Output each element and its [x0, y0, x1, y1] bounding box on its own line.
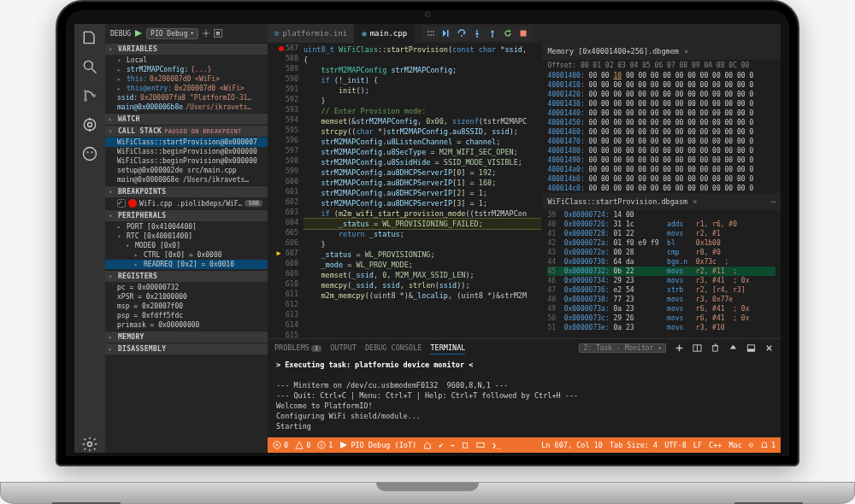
status-serial-icon[interactable] [476, 441, 485, 449]
svg-rect-37 [747, 349, 754, 351]
register-row[interactable]: primask = 0x00000000 [105, 320, 268, 330]
terminal-output[interactable]: > Executing task: platformio device moni… [268, 356, 781, 437]
close-panel-icon[interactable] [764, 343, 774, 353]
disasm-view[interactable]: 39 0x00000724: 14 00 40 0x00000726: 31 1… [542, 210, 781, 332]
close-icon[interactable]: × [693, 197, 697, 206]
var-row[interactable]: strM2MAPConfig: {...} [105, 65, 268, 74]
var-row[interactable]: this: 0x200007d0 <WiFi> [105, 74, 268, 84]
svg-point-11 [91, 151, 93, 154]
stack-frame[interactable]: WiFiClass::beginProvision@0x000000 [105, 156, 268, 166]
svg-point-18 [430, 34, 432, 36]
status-upload-icon[interactable]: → [450, 441, 454, 449]
restart-icon[interactable] [504, 29, 512, 38]
settings-icon[interactable] [81, 436, 98, 453]
memory-header: Offset: 00 01 02 03 04 05 06 07 08 09 0A… [542, 60, 781, 71]
peripheral-row[interactable]: PORT [0x41004400] [105, 222, 268, 231]
stack-frame[interactable]: setup@0x000002de src/main.cpp [105, 166, 268, 175]
disasm-tab[interactable]: WiFiClass::startProvision.dbgasm×⋯ [542, 193, 781, 210]
register-row[interactable]: psp = 0xfdff5fdc [105, 311, 268, 320]
status-encoding[interactable]: UTF-8 [664, 441, 687, 449]
disassembly-section[interactable]: DISASSEMBLY [105, 343, 268, 355]
status-warnings[interactable]: 0 [295, 441, 310, 449]
status-eol[interactable]: LF [693, 441, 702, 449]
callstack-section: CALL STACK PAUSED ON BREAKPOINT WiFiClas… [105, 125, 268, 185]
files-icon[interactable] [81, 29, 98, 46]
status-build-icon[interactable]: ✔ [439, 441, 443, 449]
status-cursor[interactable]: Ln 607, Col 10 [541, 441, 603, 449]
code-editor[interactable]: 5875885895905915925935945955965975985996… [268, 43, 542, 338]
debug-icon[interactable] [81, 116, 98, 133]
stack-frame[interactable]: WiFiClass::beginProvision@0x000000 [105, 147, 268, 156]
more-icon[interactable]: ⋯ [771, 197, 775, 206]
status-tabsize[interactable]: Tab Size: 4 [610, 441, 657, 449]
svg-rect-22 [447, 30, 449, 37]
svg-point-2 [84, 90, 87, 93]
status-run-config[interactable]: PIO Debug (IoT) [339, 441, 416, 449]
register-row[interactable]: xPSR = 0x21000000 [105, 292, 268, 302]
laptop-frame: DEBUG PIO Debug ▾ ▤ VARIABLES Local strM… [0, 0, 855, 504]
panel-tab-terminal[interactable]: TERMINAL [430, 342, 465, 355]
debug-settings-icon[interactable] [202, 29, 210, 38]
toggle-panel-icon[interactable] [746, 343, 756, 353]
status-errors[interactable]: 0 [273, 441, 288, 449]
debug-console-icon[interactable]: ▤ [214, 29, 222, 38]
status-clean-icon[interactable] [461, 441, 469, 449]
kill-terminal-icon[interactable] [711, 343, 720, 353]
step-over-icon[interactable] [457, 29, 466, 38]
new-terminal-icon[interactable] [675, 343, 684, 353]
status-os[interactable]: Mac [728, 441, 741, 449]
register-row[interactable]: pc = 0x00000732 [105, 283, 268, 292]
breakpoint-row[interactable]: WiFi.cpp .piolibdeps/WiF…588 [105, 198, 268, 208]
status-bar: 0 0 1 PIO Debug (IoT) ✔ → ❯_ Ln 607, Col… [268, 437, 781, 453]
terminal-selector[interactable]: 2: Task - Monitor ▾ [579, 343, 666, 353]
split-terminal-icon[interactable] [693, 343, 702, 353]
peripheral-row[interactable]: RTC [0x40001400] [105, 231, 268, 241]
register-leaf[interactable]: READREQ [0x2] = 0x0010 [105, 260, 268, 269]
status-lang[interactable]: C++ [709, 441, 722, 449]
status-bell-icon[interactable]: 1 [760, 441, 775, 449]
svg-point-27 [476, 36, 478, 38]
start-debug-icon[interactable] [134, 29, 143, 38]
close-icon[interactable]: × [684, 47, 688, 56]
laptop-base [0, 482, 855, 504]
svg-point-12 [88, 442, 92, 447]
panel-tab-output[interactable]: OUTPUT [330, 342, 357, 354]
tab-main-cpp[interactable]: ◉main.cpp [355, 24, 415, 43]
svg-marker-13 [135, 30, 142, 37]
maximize-panel-icon[interactable] [728, 343, 738, 353]
var-row[interactable]: this@entry: 0x200007d0 <WiFi> [105, 84, 268, 93]
panel-tab-problems[interactable]: PROBLEMS1 [274, 342, 321, 354]
stack-frame[interactable]: WiFiClass::startProvision@0x000007 [105, 138, 268, 147]
drag-handle-icon[interactable] [427, 29, 435, 38]
svg-point-16 [428, 34, 429, 36]
debug-config-select[interactable]: PIO Debug ▾ [146, 28, 198, 39]
svg-point-24 [461, 35, 463, 37]
var-row[interactable]: ssid: 0x200007fa8 "PlatformIO-31… [105, 93, 268, 103]
memory-tab[interactable]: Memory [0x40001400+256].dbgmem× [542, 43, 781, 60]
git-icon[interactable] [81, 87, 98, 104]
register-leaf[interactable]: CTRL [0x0] = 0x0000 [105, 250, 268, 260]
status-home-icon[interactable] [423, 441, 432, 449]
svg-point-9 [84, 148, 97, 161]
stack-frame[interactable]: main@0x0000068e /Users/ikravets… [105, 175, 268, 185]
scope-local[interactable]: Local [105, 56, 268, 65]
status-info[interactable]: 1 [317, 441, 333, 449]
continue-icon[interactable] [442, 29, 451, 38]
peripheral-row[interactable]: MODE0 [0x0] [105, 241, 268, 250]
memory-view[interactable]: 40001400: 00 00 10 00 00 00 00 00 00 00 … [542, 71, 781, 193]
memory-section[interactable]: MEMORY [105, 331, 268, 343]
tab-platformio-ini[interactable]: ⚙platformio.ini [268, 24, 355, 43]
watch-section[interactable]: WATCH [105, 113, 268, 125]
register-row[interactable]: msp = 0x20007f00 [105, 302, 268, 311]
var-row[interactable]: main@0x000006b8e /Users/ikravets… [105, 103, 268, 112]
activity-bar [74, 24, 105, 453]
breakpoint-checkbox[interactable] [117, 199, 126, 208]
status-feedback-icon[interactable]: ☺ [749, 441, 753, 449]
status-terminal-icon[interactable]: ❯_ [492, 441, 500, 449]
panel-tab-debugconsole[interactable]: DEBUG CONSOLE [365, 342, 422, 354]
stop-icon[interactable] [519, 29, 528, 38]
platformio-icon[interactable] [81, 145, 98, 162]
search-icon[interactable] [81, 58, 98, 75]
step-into-icon[interactable] [473, 29, 481, 38]
step-out-icon[interactable] [488, 29, 497, 38]
